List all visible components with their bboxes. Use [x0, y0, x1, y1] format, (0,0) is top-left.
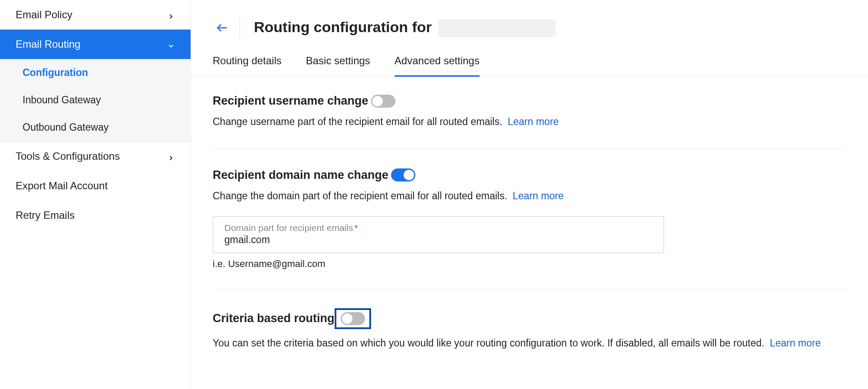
section-header: Recipient username change	[213, 94, 846, 108]
sidebar-subitem-outbound-gateway[interactable]: Outbound Gateway	[0, 114, 191, 141]
toggle-knob	[342, 313, 352, 324]
sidebar-item-label: Tools & Configurations	[16, 150, 120, 162]
page-title: Routing configuration for	[254, 19, 556, 37]
section-desc-text: Change the domain part of the recipient …	[213, 190, 507, 201]
domain-input-wrap[interactable]: Domain part for recipient emails*	[213, 216, 664, 253]
section-description: You can set the criteria based on which …	[213, 335, 846, 351]
domain-input[interactable]	[224, 234, 652, 246]
sidebar: Email Policy Email Routing Configuration…	[0, 0, 191, 389]
chevron-right-icon	[167, 152, 175, 160]
sidebar-subitem-inbound-gateway[interactable]: Inbound Gateway	[0, 86, 191, 114]
section-recipient-username-change: Recipient username change Change usernam…	[213, 94, 846, 149]
sidebar-subgroup: Configuration Inbound Gateway Outbound G…	[0, 59, 191, 142]
section-header: Recipient domain name change	[213, 168, 846, 182]
chevron-down-icon	[167, 40, 175, 48]
toggle-criteria-based-routing[interactable]	[341, 312, 365, 325]
sidebar-item-label: Retry Emails	[16, 209, 75, 221]
page-header: Routing configuration for	[191, 0, 868, 49]
toggle-highlight-box	[335, 308, 371, 329]
learn-more-link[interactable]: Learn more	[513, 190, 564, 201]
header-divider	[240, 17, 240, 38]
sidebar-subitem-configuration[interactable]: Configuration	[0, 59, 191, 86]
section-recipient-domain-change: Recipient domain name change Change the …	[213, 168, 846, 289]
toggle-recipient-domain-change[interactable]	[391, 168, 415, 181]
section-title: Recipient domain name change	[213, 168, 388, 182]
section-criteria-based-routing: Criteria based routing You can set the c…	[213, 308, 846, 370]
section-title: Criteria based routing	[213, 312, 335, 325]
section-description: Change username part of the recipient em…	[213, 114, 846, 130]
main-content: Routing configuration for Routing detail…	[191, 0, 868, 389]
sidebar-item-tools-configurations[interactable]: Tools & Configurations	[0, 142, 191, 171]
sidebar-item-email-routing[interactable]: Email Routing	[0, 30, 191, 59]
learn-more-link[interactable]: Learn more	[508, 116, 559, 127]
tab-routing-details[interactable]: Routing details	[213, 49, 282, 76]
toggle-knob	[372, 96, 383, 106]
content-area: Recipient username change Change usernam…	[191, 77, 868, 387]
tab-basic-settings[interactable]: Basic settings	[306, 49, 370, 76]
section-desc-text: You can set the criteria based on which …	[213, 337, 764, 349]
section-desc-text: Change username part of the recipient em…	[213, 116, 502, 127]
sidebar-item-label: Email Policy	[16, 9, 72, 21]
tabs: Routing details Basic settings Advanced …	[191, 49, 868, 77]
chevron-right-icon	[167, 11, 175, 19]
domain-hint: i.e. Username@gmail.com	[213, 258, 846, 270]
toggle-recipient-username-change[interactable]	[371, 95, 395, 108]
back-button[interactable]	[213, 18, 232, 37]
input-label-text: Domain part for recipient emails	[224, 223, 353, 233]
input-label: Domain part for recipient emails*	[224, 223, 652, 233]
tab-advanced-settings[interactable]: Advanced settings	[395, 49, 480, 76]
learn-more-link[interactable]: Learn more	[770, 337, 821, 349]
sidebar-item-export-mail-account[interactable]: Export Mail Account	[0, 171, 191, 201]
toggle-knob	[404, 170, 414, 180]
section-description: Change the domain part of the recipient …	[213, 188, 846, 204]
sidebar-item-email-policy[interactable]: Email Policy	[0, 0, 191, 30]
required-asterisk: *	[354, 223, 358, 233]
sidebar-item-label: Export Mail Account	[16, 180, 108, 192]
page-title-text: Routing configuration for	[254, 19, 432, 35]
page-title-redacted	[438, 20, 556, 37]
section-header: Criteria based routing	[213, 308, 846, 329]
section-title: Recipient username change	[213, 94, 368, 108]
sidebar-item-retry-emails[interactable]: Retry Emails	[0, 201, 191, 230]
sidebar-item-label: Email Routing	[16, 38, 80, 50]
